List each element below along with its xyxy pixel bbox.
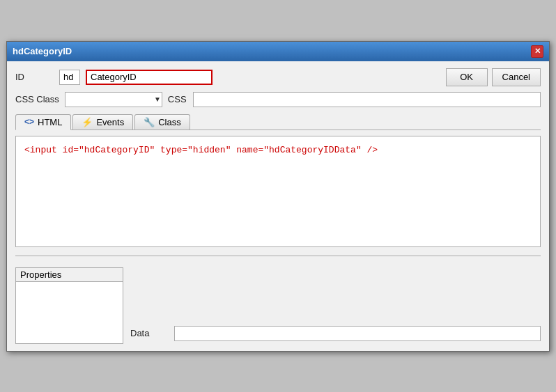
close-button[interactable]: ✕ <box>531 45 543 58</box>
id-row: ID hd OK Cancel <box>15 68 541 86</box>
lightning-icon: ⚡ <box>82 117 93 127</box>
html-content-area: <input id="hdCategoryID" type="hidden" n… <box>15 136 541 247</box>
id-label: ID <box>15 72 54 82</box>
data-input[interactable] <box>174 326 541 341</box>
dialog-window: hdCategoryID ✕ ID hd OK Cancel CSS Class… <box>6 41 550 352</box>
tabs-row: <> HTML ⚡ Events 🔧 Class <box>15 114 541 130</box>
tab-class[interactable]: 🔧 Class <box>134 114 190 130</box>
css-label: CSS <box>168 94 187 104</box>
tab-events-label: Events <box>96 117 124 127</box>
title-bar-buttons: ✕ <box>531 45 543 58</box>
bottom-section: Data <box>130 267 541 344</box>
separator-1 <box>15 256 541 256</box>
html-icon: <> <box>24 117 34 127</box>
css-class-select-wrapper: ▼ <box>65 92 162 107</box>
bottom-panel: Properties Data <box>15 267 541 344</box>
data-label: Data <box>130 328 169 338</box>
data-row: Data <box>130 326 541 344</box>
properties-header: Properties <box>16 268 123 282</box>
css-input[interactable] <box>193 92 541 107</box>
dialog-body: ID hd OK Cancel CSS Class ▼ CSS <> <box>7 61 549 351</box>
id-main-input[interactable] <box>86 70 213 85</box>
tab-html[interactable]: <> HTML <box>15 114 71 130</box>
class-icon: 🔧 <box>144 117 155 127</box>
css-class-select[interactable] <box>65 92 162 107</box>
ok-button[interactable]: OK <box>446 68 488 86</box>
tab-html-label: HTML <box>38 117 62 127</box>
id-prefix-field[interactable]: hd <box>59 70 80 85</box>
tab-events[interactable]: ⚡ Events <box>72 114 133 130</box>
action-buttons: OK Cancel <box>446 68 541 86</box>
properties-box: Properties <box>15 267 123 344</box>
css-class-label: CSS Class <box>15 94 59 104</box>
html-code: <input id="hdCategoryID" type="hidden" n… <box>24 145 378 155</box>
cancel-button[interactable]: Cancel <box>492 68 541 86</box>
title-bar: hdCategoryID ✕ <box>7 42 549 61</box>
properties-content <box>16 282 123 338</box>
tab-class-label: Class <box>158 117 181 127</box>
css-row: CSS Class ▼ CSS <box>15 92 541 107</box>
window-title: hdCategoryID <box>13 46 72 56</box>
